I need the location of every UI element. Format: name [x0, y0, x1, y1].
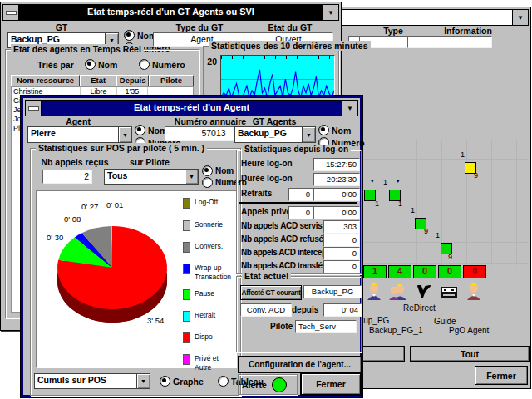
pilote-nom-radio[interactable]: Nom: [202, 165, 234, 176]
pie-chart-area: 0' 27 0' 01 0' 08 0' 30 3' 54 Log-Off So…: [36, 190, 237, 368]
status-box: 0: [438, 265, 461, 278]
legend-label: Log-Off: [195, 198, 218, 209]
legend-item: Convers.: [183, 242, 234, 253]
duree-logon-field[interactable]: 20:23'30: [313, 173, 360, 186]
separator: [239, 202, 357, 204]
acd-transferes-field[interactable]: 0: [323, 260, 360, 273]
agent-icon[interactable]: [363, 278, 385, 300]
tries-par-label: Triés par: [37, 60, 74, 70]
pos-stats-group: Statistiques sur POS par pilote ( 5 min.…: [30, 148, 241, 396]
queue-label: Guide: [434, 317, 456, 326]
dropdown-arrow-icon[interactable]: ▼: [118, 127, 131, 142]
gt-titlebar[interactable]: Etat temps-réel d'un GT Agents ou SVI ▼: [2, 4, 339, 21]
node-arrow-icon: ▾: [397, 178, 400, 185]
acd-servis-field[interactable]: 303: [323, 220, 360, 234]
agent-window: Etat temps-réel d'un Agent ▼ Agent Pierr…: [21, 96, 362, 397]
node-count: 1: [461, 150, 465, 159]
agent-combobox[interactable]: Pierre ▼: [27, 126, 132, 143]
redirect-icon[interactable]: [413, 278, 435, 300]
retraits-duration-field[interactable]: 0'00: [313, 188, 360, 201]
legend-swatch: [183, 264, 190, 274]
acd-refuses-field[interactable]: 0: [323, 234, 360, 247]
status-box: 1: [363, 265, 387, 278]
gt-window-title: Etat temps-réel d'un GT Agents ou SVI: [19, 5, 323, 20]
col-etat: Etat: [80, 75, 116, 86]
legend-swatch: [183, 242, 190, 253]
legend-label: Dispo: [195, 332, 213, 343]
col-depuis: Depuis: [116, 75, 149, 86]
retraits-count-field[interactable]: 0: [288, 188, 313, 201]
legend-label: Sonnerie: [195, 220, 223, 231]
radio-icon: [202, 165, 213, 176]
agent-icon[interactable]: [463, 278, 485, 300]
sur-pilote-combobox[interactable]: Tous ▼: [104, 169, 199, 185]
tout-button[interactable]: Tout: [410, 346, 530, 362]
node-count: 9: [474, 171, 478, 180]
gt-menu-button[interactable]: ▼: [323, 5, 338, 20]
pie-label: 0' 27: [81, 202, 98, 211]
status-box: 0: [413, 265, 436, 278]
chevron-down-icon: ▼: [517, 14, 524, 22]
pie-label: 3' 54: [147, 316, 164, 325]
radio-icon: [318, 125, 329, 135]
acd-servis-label: Nb appels ACD servis: [241, 221, 323, 230]
pie-label: 0' 01: [106, 200, 123, 209]
dropdown-arrow-icon[interactable]: ▼: [185, 170, 198, 184]
legend-swatch: [183, 289, 190, 300]
gt-agents-combobox-value: Backup_PG: [235, 127, 302, 142]
system-menu-icon[interactable]: [3, 5, 19, 20]
dropdown-arrow-icon[interactable]: ▼: [302, 127, 315, 142]
tries-numero-radio[interactable]: Numéro: [139, 59, 185, 70]
agents-icon[interactable]: [388, 278, 410, 300]
node-count: 1: [383, 178, 387, 186]
gt-agents-nom-radio[interactable]: Nom: [318, 125, 351, 135]
etat-actuel-group: Etat actuel Affecté GT courant Backup_PG…: [236, 276, 362, 352]
appels-prives-count-field[interactable]: 0: [288, 206, 313, 219]
cassette-icon[interactable]: [438, 278, 460, 300]
graphe-radio[interactable]: Graphe: [160, 376, 204, 387]
sur-pilote-label: sur Pilote: [104, 157, 195, 167]
logon-stats-group: Statistiques depuis log-on Heure log-on …: [236, 150, 362, 274]
etat-agent-field[interactable]: Conv. ACD: [240, 303, 292, 317]
legend-item: Sonnerie: [183, 220, 234, 231]
chevron-down-icon: ▼: [328, 9, 334, 17]
agent-menu-button[interactable]: ▼: [342, 101, 357, 116]
radio-icon: [160, 376, 170, 387]
legend-label: Convers.: [195, 242, 223, 253]
radio-icon: [85, 59, 96, 70]
stats-10min-title: Statistiques des 10 dernières minutes: [209, 41, 371, 51]
radio-icon: [124, 30, 135, 41]
affecte-gt-button[interactable]: Affecté GT courant: [240, 285, 302, 300]
system-menu-icon[interactable]: [26, 101, 42, 116]
heure-logon-field[interactable]: 15:27:50: [313, 158, 360, 171]
pilote-field[interactable]: Tech_Serv: [295, 320, 357, 333]
acd-transferes-label: Nb appels ACD transférés: [241, 261, 333, 270]
nb-appels-recus-field[interactable]: 2: [42, 170, 92, 184]
radio-icon: [139, 59, 150, 70]
legend-label: Privé et Autre: [195, 354, 234, 372]
alerte-panel: Alerte: [238, 374, 298, 395]
cumuls-combobox[interactable]: Cumuls sur POS ▼: [34, 373, 150, 389]
acd-interceptes-field[interactable]: 0: [323, 247, 360, 260]
appels-prives-duration-field[interactable]: 0'00: [313, 206, 360, 219]
chevron-down-icon: ▼: [347, 105, 353, 112]
legend-swatch: [183, 220, 190, 231]
tries-nom-radio[interactable]: Nom: [85, 59, 117, 70]
monitor-fermer-button[interactable]: Fermer: [475, 366, 528, 385]
depuis-field[interactable]: 0' 04: [323, 303, 362, 317]
gt-courant-field[interactable]: Backup_PG: [303, 285, 362, 298]
agent-fermer-button[interactable]: Fermer: [301, 373, 361, 395]
monitor-menu-button[interactable]: ▼: [512, 10, 528, 25]
col-nom-ressource: Nom ressource: [11, 75, 80, 86]
depuis-label: depuis: [292, 305, 318, 314]
monitor-field-information[interactable]: [407, 36, 492, 48]
dropdown-arrow-icon[interactable]: ▼: [136, 374, 150, 388]
flow-node[interactable]: [364, 190, 376, 201]
legend-label: Retrait: [195, 311, 215, 322]
cumuls-value: Cumuls sur POS: [35, 374, 136, 388]
agent-window-title: Etat temps-réel d'un Agent: [42, 101, 342, 116]
etat-actuel-title: Etat actuel: [242, 271, 291, 281]
config-agent-button[interactable]: Configuration de l'agent...: [238, 356, 362, 373]
agent-titlebar[interactable]: Etat temps-réel d'un Agent ▼: [25, 100, 358, 116]
gt-agents-combobox[interactable]: Backup_PG ▼: [234, 126, 316, 143]
